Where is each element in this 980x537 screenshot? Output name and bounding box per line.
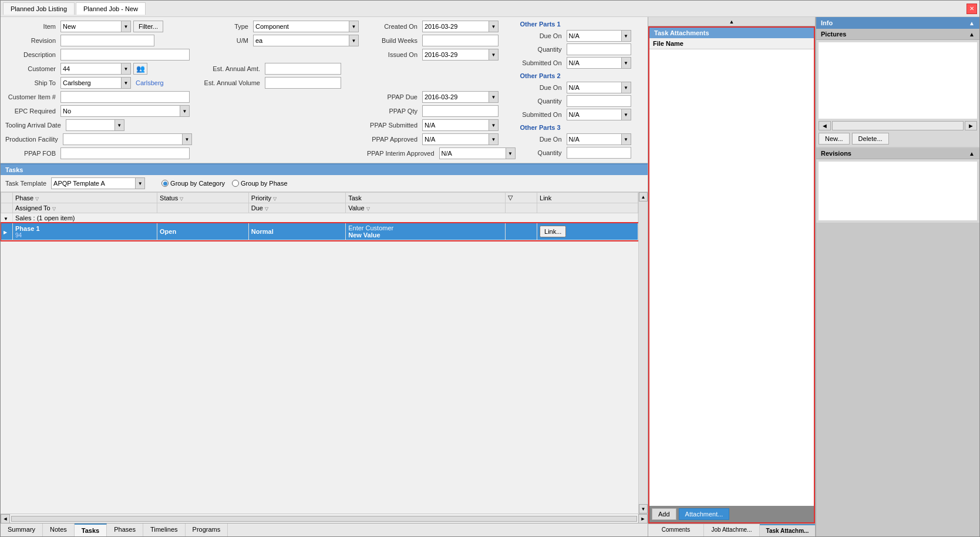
ship-to-link[interactable]: Carlsberg [136,79,164,86]
priority-filter-icon[interactable]: ▽ [273,196,277,202]
ppap-submitted-dropdown-arrow[interactable]: ▼ [489,120,498,130]
ppap-interim-approved-select[interactable]: N/A ▼ [439,147,516,159]
customer-search-button[interactable]: 👥 [133,63,147,75]
um-dropdown-arrow[interactable]: ▼ [349,35,358,46]
other-parts-1-qty-input[interactable] [567,43,631,55]
link-filter-icon[interactable]: ▽ [508,194,513,201]
tab-phases[interactable]: Phases [107,523,143,536]
tooling-arrival-dropdown-arrow[interactable]: ▼ [114,120,124,130]
scroll-track[interactable] [639,202,648,504]
production-facility-dropdown-arrow[interactable]: ▼ [182,134,191,145]
customer-dropdown-arrow[interactable]: ▼ [121,63,130,74]
item-dropdown-arrow[interactable]: ▼ [121,21,130,32]
other-parts-2-submitted-select[interactable]: N/A ▼ [567,109,631,120]
pictures-prev-button[interactable]: ◄ [819,121,831,130]
horizontal-scrollbar[interactable]: ◄ ► [1,513,648,523]
type-dropdown-arrow[interactable]: ▼ [349,21,358,32]
other-parts-1-submitted-select[interactable]: N/A ▼ [567,57,631,69]
pictures-next-button[interactable]: ► [965,121,977,130]
customer-select[interactable]: 44 ▼ [60,63,131,75]
created-on-dropdown-arrow[interactable]: ▼ [489,21,498,32]
pictures-collapse-button[interactable]: ▲ [969,31,975,38]
pictures-delete-button[interactable]: Delete... [852,133,889,145]
other-parts-1-due-arrow[interactable]: ▼ [621,31,631,41]
other-parts-2-submitted-arrow[interactable]: ▼ [621,109,631,120]
ppap-due-dropdown-arrow[interactable]: ▼ [489,92,498,102]
tab-notes[interactable]: Notes [43,523,75,536]
task-template-dropdown-arrow[interactable]: ▼ [135,178,144,189]
revision-input[interactable] [60,35,154,46]
ppap-qty-input[interactable] [422,105,499,117]
tab-tasks[interactable]: Tasks [75,523,107,536]
other-parts-1-due-row: Due On N/A ▼ [520,30,648,42]
ppap-submitted-select[interactable]: N/A ▼ [422,119,499,131]
task-expand-arrow[interactable]: ▶ [4,230,7,235]
epc-required-select[interactable]: No ▼ [60,105,190,117]
value-filter-icon[interactable]: ▽ [366,206,370,212]
radio-group-by-category[interactable]: Group by Category [161,180,225,187]
other-parts-1-due-select[interactable]: N/A ▼ [567,30,631,42]
task-template-select[interactable]: APQP Template A ▼ [51,177,145,189]
phase-filter-icon[interactable]: ▽ [35,196,39,202]
job-attachment-tab[interactable]: Job Attachme... [704,524,760,536]
task-attachment-tab[interactable]: Task Attachm... [760,524,815,536]
ppap-due-select[interactable]: 2016-03-29 ▼ [422,91,499,103]
created-on-select[interactable]: 2016-03-29 ▼ [422,21,499,32]
add-button[interactable]: Add [652,508,676,520]
production-facility-select[interactable]: ▼ [63,133,192,145]
issued-on-select[interactable]: 2016-03-29 ▼ [422,49,499,61]
form-scroll-up[interactable]: ▲ [648,17,815,26]
tab-programs[interactable]: Programs [186,523,228,536]
ship-to-dropdown-arrow[interactable]: ▼ [121,78,130,88]
tab-planned-job-listing[interactable]: Planned Job Listing [3,2,75,15]
scroll-down-button[interactable]: ▼ [639,504,648,513]
other-parts-2-due-arrow[interactable]: ▼ [621,82,631,93]
scroll-left-button[interactable]: ◄ [1,514,10,523]
issued-on-dropdown-arrow[interactable]: ▼ [489,49,498,60]
ppap-approved-dropdown-arrow[interactable]: ▼ [489,134,498,145]
attachment-button[interactable]: Attachment... [679,508,730,520]
build-weeks-input[interactable] [422,35,499,46]
task-row[interactable]: ▶ Phase 1 94 Open Normal Ent [1,223,638,240]
tab-timelines[interactable]: Timelines [143,523,186,536]
assigned-filter-icon[interactable]: ▽ [52,206,56,212]
ppap-fob-input[interactable] [60,147,190,159]
customer-item-input[interactable] [60,91,190,103]
status-filter-icon[interactable]: ▽ [180,196,183,202]
ship-to-select[interactable]: Carlsberg ▼ [60,77,131,89]
tab-planned-job-new[interactable]: Planned Job - New [76,2,146,15]
scroll-right-button[interactable]: ► [638,514,648,523]
link-button[interactable]: Link... [540,226,566,237]
scroll-up-button[interactable]: ▲ [639,192,648,202]
h-scroll-track[interactable] [11,516,637,522]
filter-button[interactable]: Filter... [133,21,163,32]
other-parts-2-due-select[interactable]: N/A ▼ [567,82,631,93]
ppap-approved-select[interactable]: N/A ▼ [422,133,499,145]
close-button[interactable]: ✕ [966,4,977,14]
epc-required-dropdown-arrow[interactable]: ▼ [180,106,189,116]
due-filter-icon[interactable]: ▽ [265,206,268,212]
other-parts-2-qty-input[interactable] [567,95,631,107]
comments-tab[interactable]: Comments [648,524,704,536]
type-select[interactable]: Component ▼ [253,21,359,32]
other-parts-1-submitted-arrow[interactable]: ▼ [621,58,631,68]
revisions-collapse-button[interactable]: ▲ [969,150,975,157]
other-parts-3-due-select[interactable]: N/A ▼ [567,133,631,145]
item-select[interactable]: New ▼ [60,21,131,32]
info-collapse-button[interactable]: ▲ [969,20,975,26]
tasks-header-row: Phase ▽ Status ▽ Priority ▽ [1,193,638,203]
pictures-scrollbar[interactable] [832,121,964,130]
est-annual-volume-input[interactable] [265,77,341,89]
other-parts-3-due-arrow[interactable]: ▼ [621,134,631,145]
radio-group-by-phase[interactable]: Group by Phase [232,180,288,187]
side-scrollbar[interactable]: ▲ ▼ [638,192,648,513]
um-select[interactable]: ea ▼ [253,35,359,46]
ppap-interim-approved-dropdown-arrow[interactable]: ▼ [506,148,515,159]
tooling-arrival-select[interactable]: ▼ [66,119,124,131]
pictures-new-button[interactable]: New... [819,133,850,145]
tab-summary[interactable]: Summary [1,523,43,536]
group-expand-icon[interactable]: ▼ [4,216,8,221]
est-annual-amt-input[interactable] [265,63,341,75]
other-parts-3-qty-input[interactable] [567,147,631,159]
description-input[interactable] [60,49,190,61]
